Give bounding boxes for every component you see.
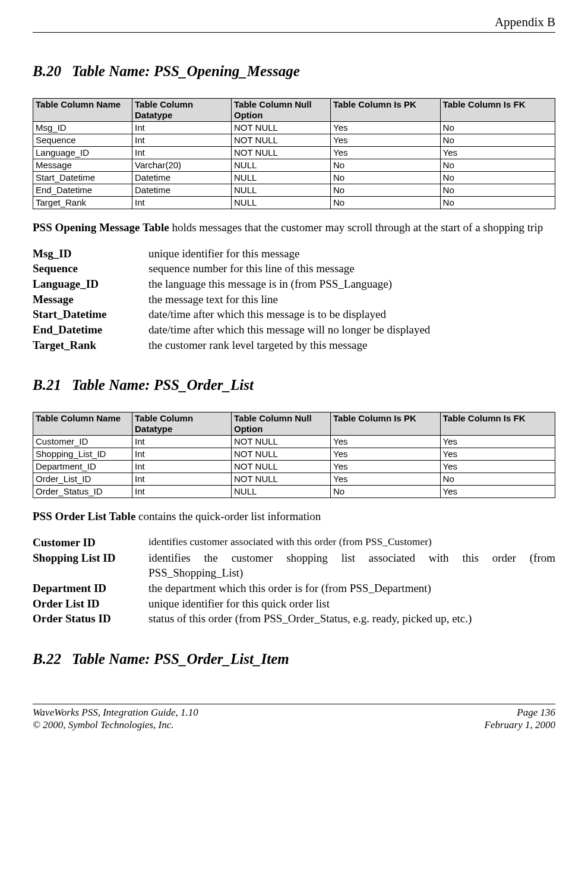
table-cell: NULL <box>232 184 331 197</box>
table-cell: NULL <box>232 159 331 172</box>
table-cell: Int <box>132 448 232 461</box>
table-row: Customer_IDIntNOT NULLYesYes <box>33 436 555 448</box>
table-cell: Datetime <box>132 184 232 197</box>
field-term: Msg_ID <box>33 246 148 262</box>
field-definition: unique identifier for this message <box>148 246 555 262</box>
field-row: Department IDthe department which this o… <box>33 581 555 596</box>
table-cell: No <box>331 197 441 209</box>
table-cell: No <box>440 134 555 147</box>
table-cell: Yes <box>440 486 555 498</box>
th-is-pk: Table Column Is PK <box>331 412 441 436</box>
th-column-name: Table Column Name <box>33 99 132 122</box>
table-cell: Target_Rank <box>33 197 132 209</box>
table-cell: NOT NULL <box>232 461 331 473</box>
field-definition: sequence number for this line of this me… <box>148 261 555 276</box>
table-header-row: Table Column Name Table Column Datatype … <box>33 412 555 436</box>
table-cell: Sequence <box>33 134 132 147</box>
footer-doc-title: WaveWorks PSS, Integration Guide, 1.10 <box>33 706 198 719</box>
table-row: MessageVarchar(20)NULLNoNo <box>33 159 555 172</box>
desc-lead: PSS Order List Table <box>33 510 135 522</box>
table-cell: Yes <box>440 147 555 159</box>
table-cell: No <box>440 172 555 184</box>
field-definition: unique identifier for this quick order l… <box>148 596 555 612</box>
table-cell: No <box>440 184 555 197</box>
field-definition: the department which this order is for (… <box>148 581 555 596</box>
table-cell: Yes <box>331 448 441 461</box>
th-null-option: Table Column Null Option <box>232 99 331 122</box>
table-cell: Message <box>33 159 132 172</box>
table-cell: Yes <box>440 448 555 461</box>
field-definition: the message text for this line <box>148 292 555 307</box>
section-title: Table Name: PSS_Order_List <box>72 377 254 393</box>
table-description-b20: PSS Opening Message Table holds messages… <box>33 220 555 235</box>
field-definition: the customer rank level targeted by this… <box>148 338 555 353</box>
table-cell: NULL <box>232 197 331 209</box>
field-row: Order List IDunique identifier for this … <box>33 596 555 612</box>
table-cell: No <box>331 172 441 184</box>
footer-page-number: Page 136 <box>517 706 555 719</box>
table-description-b21: PSS Order List Table contains the quick-… <box>33 509 555 524</box>
table-cell: Yes <box>331 461 441 473</box>
table-cell: No <box>440 122 555 134</box>
th-is-pk: Table Column Is PK <box>331 99 441 122</box>
table-header-row: Table Column Name Table Column Datatype … <box>33 99 555 122</box>
section-title: Table Name: PSS_Opening_Message <box>72 63 300 79</box>
field-row: Msg_IDunique identifier for this message <box>33 246 555 262</box>
th-is-fk: Table Column Is FK <box>440 412 555 436</box>
field-term: Target_Rank <box>33 338 148 353</box>
field-definition: identifies the customer shopping list as… <box>148 550 555 581</box>
table-cell: Int <box>132 197 232 209</box>
table-row: SequenceIntNOT NULLYesNo <box>33 134 555 147</box>
table-cell: End_Datetime <box>33 184 132 197</box>
section-title: Table Name: PSS_Order_List_Item <box>72 651 289 667</box>
field-definition: the language this message is in (from PS… <box>148 276 555 292</box>
table-cell: Datetime <box>132 172 232 184</box>
table-cell: Department_ID <box>33 461 132 473</box>
desc-rest: contains the quick-order list informatio… <box>135 510 321 522</box>
table-cell: Yes <box>331 122 441 134</box>
desc-lead: PSS Opening Message Table <box>33 221 169 234</box>
table-row: Shopping_List_IDIntNOT NULLYesYes <box>33 448 555 461</box>
field-term: Order Status ID <box>33 611 148 626</box>
table-cell: NOT NULL <box>232 122 331 134</box>
table-cell: NOT NULL <box>232 134 331 147</box>
page-header-appendix: Appendix B <box>33 15 555 30</box>
section-heading-b20: B.20Table Name: PSS_Opening_Message <box>33 62 555 80</box>
table-cell: Yes <box>440 436 555 448</box>
table-row: Order_Status_IDIntNULLNoYes <box>33 486 555 498</box>
field-definition: date/time after which this message will … <box>148 322 555 338</box>
field-term: Sequence <box>33 261 148 276</box>
table-cell: Int <box>132 461 232 473</box>
footer-date: February 1, 2000 <box>485 719 555 731</box>
table-cell: Start_Datetime <box>33 172 132 184</box>
field-row: Sequencesequence number for this line of… <box>33 261 555 276</box>
field-row: Messagethe message text for this line <box>33 292 555 307</box>
table-cell: No <box>440 197 555 209</box>
section-heading-b21: B.21Table Name: PSS_Order_List <box>33 376 555 394</box>
field-term: Language_ID <box>33 276 148 292</box>
footer-rule <box>33 704 555 704</box>
section-heading-b22: B.22Table Name: PSS_Order_List_Item <box>33 650 555 668</box>
field-row: End_Datetimedate/time after which this m… <box>33 322 555 338</box>
table-cell: Int <box>132 473 232 486</box>
table-cell: No <box>331 184 441 197</box>
table-cell: NULL <box>232 486 331 498</box>
table-cell: NOT NULL <box>232 147 331 159</box>
field-term: Order List ID <box>33 596 148 612</box>
table-cell: No <box>440 159 555 172</box>
table-row: Msg_IDIntNOT NULLYesNo <box>33 122 555 134</box>
field-definition: status of this order (from PSS_Order_Sta… <box>148 611 555 626</box>
field-definition: identifies customer associated with this… <box>148 535 555 550</box>
field-term: Message <box>33 292 148 307</box>
section-number: B.22 <box>33 650 61 668</box>
table-cell: Yes <box>331 436 441 448</box>
th-column-name: Table Column Name <box>33 412 132 436</box>
table-row: Order_List_IDIntNOT NULLYesNo <box>33 473 555 486</box>
table-cell: Yes <box>331 473 441 486</box>
field-term: Shopping List ID <box>33 550 148 581</box>
table-cell: No <box>331 486 441 498</box>
field-list-b21: Customer IDidentifies customer associate… <box>33 535 555 626</box>
table-cell: Varchar(20) <box>132 159 232 172</box>
field-term: Start_Datetime <box>33 307 148 322</box>
table-cell: Yes <box>331 134 441 147</box>
